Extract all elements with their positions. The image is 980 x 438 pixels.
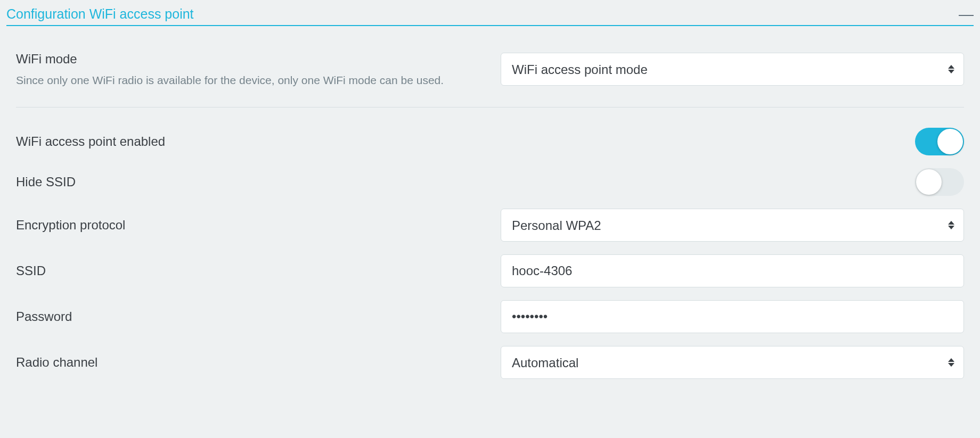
- ssid-input[interactable]: [501, 254, 964, 287]
- panel-header: Configuration WiFi access point —: [6, 0, 974, 26]
- hide-ssid-toggle[interactable]: [915, 168, 964, 196]
- ap-enabled-label: WiFi access point enabled: [16, 134, 501, 149]
- password-input[interactable]: [501, 300, 964, 333]
- collapse-icon[interactable]: —: [959, 7, 974, 22]
- encryption-select[interactable]: Personal WPA2: [501, 209, 964, 242]
- hide-ssid-label: Hide SSID: [16, 175, 501, 189]
- password-label: Password: [16, 309, 501, 324]
- radio-channel-select[interactable]: Automatical: [501, 346, 964, 379]
- wifi-config-panel: Configuration WiFi access point — WiFi m…: [0, 0, 980, 398]
- wifi-mode-helper: Since only one WiFi radio is available f…: [16, 74, 501, 87]
- ap-enabled-toggle[interactable]: [915, 128, 964, 155]
- encryption-label: Encryption protocol: [16, 218, 501, 233]
- row-ssid: SSID: [16, 248, 964, 294]
- row-ap-enabled: WiFi access point enabled: [16, 121, 964, 162]
- wifi-mode-select[interactable]: WiFi access point mode: [501, 53, 964, 86]
- ssid-label: SSID: [16, 263, 501, 278]
- row-radio-channel: Radio channel Automatical: [16, 340, 964, 385]
- radio-channel-label: Radio channel: [16, 355, 501, 370]
- row-password: Password: [16, 294, 964, 340]
- row-encryption: Encryption protocol Personal WPA2: [16, 202, 964, 248]
- row-hide-ssid: Hide SSID: [16, 162, 964, 202]
- row-wifi-mode: WiFi mode Since only one WiFi radio is a…: [16, 45, 964, 93]
- wifi-mode-label: WiFi mode: [16, 52, 501, 67]
- panel-body: WiFi mode Since only one WiFi radio is a…: [6, 26, 974, 398]
- panel-title: Configuration WiFi access point: [6, 6, 194, 22]
- section-divider: [16, 107, 964, 108]
